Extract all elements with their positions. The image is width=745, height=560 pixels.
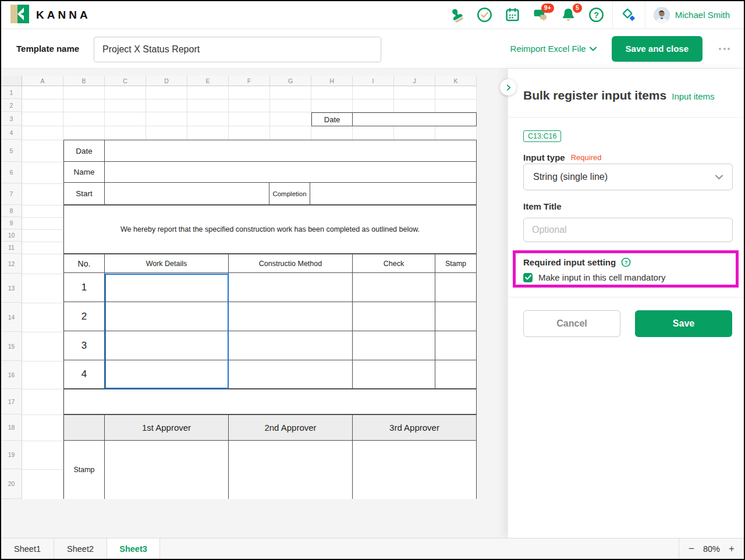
cell-approver-3-stamp[interactable] <box>353 441 476 499</box>
col-header-h[interactable]: H <box>311 76 353 86</box>
cell-method-3[interactable] <box>229 331 353 360</box>
selection-range-c13-c16[interactable] <box>105 274 229 389</box>
calendar-icon[interactable] <box>505 7 520 23</box>
cell-date-label[interactable]: Date <box>64 140 105 161</box>
chat-icon[interactable]: 9+ <box>533 7 548 23</box>
cell-row-number-3[interactable]: 3 <box>64 331 105 360</box>
cell-check-3[interactable] <box>353 331 435 360</box>
cell-work-details-header[interactable]: Work Details <box>105 254 229 273</box>
sheet-corner[interactable] <box>1 76 22 86</box>
cell-method-1[interactable] <box>229 273 353 302</box>
zoom-in-button[interactable]: + <box>729 544 735 554</box>
row-header[interactable]: 15 <box>1 332 22 361</box>
cell-check-header[interactable]: Check <box>353 254 435 273</box>
col-header-a[interactable]: A <box>22 76 63 86</box>
row-header[interactable]: 3 <box>1 112 22 126</box>
stamp-icon[interactable] <box>449 7 464 23</box>
row-header[interactable]: 17 <box>1 389 22 414</box>
cell-start-value[interactable] <box>105 183 269 204</box>
template-name-input[interactable] <box>94 37 381 62</box>
save-button[interactable]: Save <box>635 310 732 337</box>
cell-row-number-4[interactable]: 4 <box>64 360 105 388</box>
col-header-j[interactable]: J <box>394 76 435 86</box>
cell-approver-1-stamp[interactable] <box>105 441 229 499</box>
row-header[interactable]: 12 <box>1 254 22 274</box>
cell-check-4[interactable] <box>353 360 435 388</box>
panel-collapse-button[interactable] <box>500 79 516 95</box>
cell-stamp-1[interactable] <box>435 273 476 302</box>
cell-row17-box[interactable] <box>63 389 477 414</box>
user-menu[interactable]: Michael Smith <box>654 7 730 23</box>
cell-check-1[interactable] <box>353 273 435 302</box>
row-header[interactable]: 9 <box>1 217 22 229</box>
spreadsheet[interactable]: A B C D E F G H I J K 1 2 3 4 5 6 7 8 9 … <box>1 76 477 499</box>
row-header[interactable]: 10 <box>1 229 22 242</box>
cell-approver-2-header[interactable]: 2nd Approver <box>229 415 353 441</box>
row-header[interactable]: 11 <box>1 242 22 254</box>
item-title-input[interactable] <box>523 218 733 242</box>
col-header-i[interactable]: I <box>353 76 394 86</box>
cell-completion-value[interactable] <box>310 183 476 204</box>
row-header[interactable]: 1 <box>1 86 22 99</box>
reimport-excel-link[interactable]: Reimport Excel File <box>510 44 597 54</box>
cell-method-2[interactable] <box>229 302 353 331</box>
date-h3-box[interactable]: Date <box>311 112 477 126</box>
help-icon[interactable]: ? <box>588 7 604 23</box>
cell-approver-corner[interactable] <box>64 415 105 441</box>
row-header[interactable]: 7 <box>1 183 22 205</box>
row-header[interactable]: 13 <box>1 274 22 303</box>
input-type-select[interactable]: String (single line) <box>523 164 733 190</box>
row-header[interactable]: 5 <box>1 140 22 162</box>
brand-logo[interactable]: KANNA <box>10 5 91 26</box>
zoom-out-button[interactable]: − <box>689 544 694 554</box>
row-header[interactable]: 2 <box>1 99 22 112</box>
cell-completion-label[interactable]: Completion <box>269 183 310 204</box>
col-header-b[interactable]: B <box>63 76 105 86</box>
row-header[interactable]: 20 <box>1 469 22 499</box>
col-header-k[interactable]: K <box>435 76 477 86</box>
cell-no-header[interactable]: No. <box>64 254 105 273</box>
cell-date-h3[interactable]: Date <box>312 113 353 126</box>
cell-method-4[interactable] <box>229 360 353 388</box>
check-circle-icon[interactable] <box>477 7 492 23</box>
col-header-f[interactable]: F <box>229 76 270 86</box>
cell-start-label[interactable]: Start <box>64 183 105 204</box>
cell-name-value[interactable] <box>105 162 476 182</box>
col-header-d[interactable]: D <box>146 76 187 86</box>
tab-sheet1[interactable]: Sheet1 <box>1 538 54 559</box>
cell-stamp-4[interactable] <box>435 360 476 388</box>
row-header[interactable]: 6 <box>1 162 22 183</box>
cell-stamp-3[interactable] <box>435 331 476 360</box>
cell-statement[interactable]: We hereby report that the specified cons… <box>63 205 477 254</box>
save-and-close-button[interactable]: Save and close <box>612 36 703 62</box>
sparkle-diamonds-icon[interactable] <box>621 7 637 23</box>
bell-icon[interactable]: 5 <box>560 7 576 23</box>
cell-stamp-header[interactable]: Stamp <box>435 254 476 273</box>
input-items-link[interactable]: Input items <box>672 91 714 101</box>
tab-sheet2[interactable]: Sheet2 <box>54 538 107 559</box>
row-header[interactable]: 18 <box>1 414 22 441</box>
mandatory-checkbox-row[interactable]: Make input in this cell mandatory <box>523 272 736 282</box>
cell-stamp-2[interactable] <box>435 302 476 331</box>
col-header-g[interactable]: G <box>270 76 311 86</box>
help-circle-icon[interactable]: ? <box>621 257 631 267</box>
row-header[interactable]: 19 <box>1 441 22 469</box>
cancel-button[interactable]: Cancel <box>523 310 620 337</box>
row-header[interactable]: 14 <box>1 303 22 332</box>
cell-approver-3-header[interactable]: 3rd Approver <box>353 415 476 441</box>
cell-row-number-1[interactable]: 1 <box>64 273 105 302</box>
cell-check-2[interactable] <box>353 302 435 331</box>
row-header[interactable]: 4 <box>1 126 22 140</box>
col-header-c[interactable]: C <box>105 76 146 86</box>
cell-name-label[interactable]: Name <box>64 162 105 182</box>
cell-date-value[interactable] <box>105 140 476 161</box>
mandatory-checkbox[interactable] <box>523 273 533 282</box>
tab-sheet3[interactable]: Sheet3 <box>107 538 160 559</box>
cell-construction-method-header[interactable]: Constructio Method <box>229 254 353 273</box>
cell-stamp-row-label[interactable]: Stamp <box>64 441 105 499</box>
more-options-icon[interactable] <box>718 44 731 54</box>
row-header[interactable]: 16 <box>1 361 22 389</box>
col-header-e[interactable]: E <box>187 76 229 86</box>
cell-date-h3-value[interactable] <box>353 113 476 126</box>
cell-approver-2-stamp[interactable] <box>229 441 353 499</box>
